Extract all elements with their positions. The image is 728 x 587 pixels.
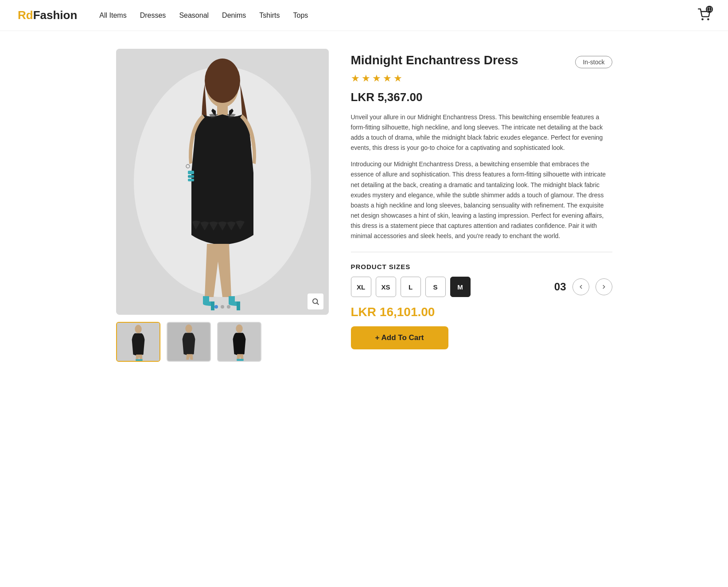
divider: [351, 252, 612, 252]
svg-rect-7: [188, 171, 194, 174]
dot-indicator: [214, 305, 230, 309]
nav-tshirts[interactable]: Tshirts: [259, 12, 280, 20]
svg-rect-8: [188, 175, 194, 178]
nav-all-items[interactable]: All Items: [99, 12, 126, 20]
star-3: ★: [372, 73, 381, 84]
svg-point-0: [702, 19, 703, 20]
cart-icon-wrap[interactable]: (1): [698, 8, 710, 23]
svg-rect-9: [188, 179, 194, 181]
product-details: Midnight Enchantress Dress In-stock ★ ★ …: [351, 49, 612, 362]
dot-1: [214, 305, 218, 309]
logo-fashion: Fashion: [33, 8, 78, 22]
thumbnail-1[interactable]: [116, 322, 160, 362]
price-sale: LKR 16,101.00: [351, 305, 612, 319]
quantity-decrease[interactable]: [572, 278, 589, 295]
zoom-icon: [311, 297, 319, 305]
product-page: Midnight Enchantress Dress In-stock ★ ★ …: [98, 49, 630, 362]
quantity-section: 03: [554, 278, 612, 295]
nav-denims[interactable]: Denims: [222, 12, 246, 20]
svg-line-12: [317, 303, 318, 304]
cart-badge: (1): [706, 6, 713, 13]
svg-point-18: [236, 325, 242, 333]
star-1: ★: [351, 73, 360, 84]
dot-3: [227, 305, 230, 309]
size-l[interactable]: L: [401, 277, 421, 297]
sizes-label: PRODUCT SIZES: [351, 263, 612, 270]
arrow-left-icon: [578, 284, 584, 290]
thumbnail-3[interactable]: [217, 322, 261, 362]
size-row: XL XS L S M 03: [351, 277, 612, 297]
star-2: ★: [362, 73, 370, 84]
size-m[interactable]: M: [450, 277, 471, 297]
description-1: Unveil your allure in our Midnight Encha…: [351, 112, 612, 153]
product-images: [116, 49, 329, 362]
svg-point-1: [708, 19, 709, 20]
brand-logo[interactable]: RdFashion: [18, 8, 77, 22]
in-stock-badge: In-stock: [575, 56, 612, 68]
svg-point-14: [135, 325, 141, 333]
star-5: ★: [393, 73, 402, 84]
svg-point-5: [205, 59, 240, 103]
star-4: ★: [383, 73, 392, 84]
nav-links: All Items Dresses Seasonal Denims Tshirt…: [99, 12, 698, 20]
size-xl[interactable]: XL: [351, 277, 371, 297]
nav-dresses[interactable]: Dresses: [140, 12, 166, 20]
size-xs[interactable]: XS: [376, 277, 396, 297]
arrow-right-icon: [601, 284, 607, 290]
dot-2: [221, 305, 224, 309]
size-s[interactable]: S: [425, 277, 446, 297]
navbar: RdFashion All Items Dresses Seasonal Den…: [0, 0, 728, 31]
thumbnail-2[interactable]: [167, 322, 211, 362]
quantity-display: 03: [554, 281, 566, 293]
product-header: Midnight Enchantress Dress In-stock: [351, 53, 612, 68]
star-rating: ★ ★ ★ ★ ★: [351, 73, 612, 84]
product-image: [116, 49, 329, 315]
nav-tops[interactable]: Tops: [293, 12, 308, 20]
svg-rect-6: [217, 106, 228, 115]
zoom-button[interactable]: [308, 294, 323, 309]
nav-seasonal[interactable]: Seasonal: [179, 12, 209, 20]
quantity-increase[interactable]: [596, 278, 612, 295]
logo-rd: Rd: [18, 8, 33, 22]
product-title: Midnight Enchantress Dress: [351, 53, 567, 67]
price-original: LKR 5,367.00: [351, 90, 612, 104]
main-image-container: [116, 49, 329, 315]
svg-point-16: [185, 325, 192, 333]
add-to-cart-button[interactable]: + Add To Cart: [351, 326, 448, 349]
thumbnail-row: [116, 322, 329, 362]
description-2: Introducing our Midnight Enchantress Dre…: [351, 159, 612, 241]
